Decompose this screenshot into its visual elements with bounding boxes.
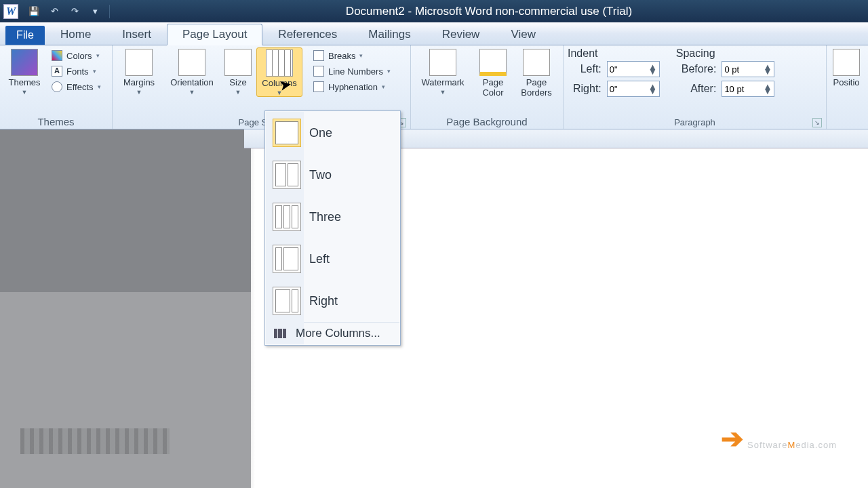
indent-right-label: Right:	[573, 83, 601, 95]
tab-page-layout[interactable]: Page Layout	[167, 24, 262, 45]
hyphenation-button[interactable]: Hyphenation▾	[309, 80, 395, 94]
group-arrange-label	[831, 116, 862, 129]
qat-customize-icon[interactable]: ▾	[89, 5, 101, 18]
group-page-background-label: Page Background	[415, 116, 559, 129]
spacing-after-label: After:	[682, 83, 717, 95]
more-columns-icon	[274, 329, 286, 338]
breaks-button[interactable]: Breaks▾	[309, 49, 395, 62]
themes-icon	[11, 49, 38, 76]
spacing-heading: Spacing	[676, 47, 775, 61]
window-title: Document2 - Microsoft Word non-commercia…	[110, 5, 868, 18]
effects-label: Effects	[66, 82, 94, 92]
wm-edia: edia	[795, 440, 815, 450]
effects-button[interactable]: Effects▾	[47, 80, 105, 94]
margins-icon	[125, 49, 153, 76]
hyphenation-label: Hyphenation	[328, 82, 378, 92]
page-color-button[interactable]: Page Color	[473, 47, 513, 98]
group-page-background: Watermark▼ Page Color Page Borders Page …	[411, 45, 564, 129]
orientation-label: Orientation	[170, 77, 214, 87]
spacing-after-input[interactable]: 10 pt▲▼	[722, 81, 774, 97]
paragraph-label-text: Paragraph	[568, 117, 822, 127]
orientation-icon	[178, 49, 205, 76]
page-borders-label: Page Borders	[521, 77, 552, 98]
paragraph-dialog-launcher[interactable]: ↘	[812, 118, 822, 127]
indent-heading: Indent	[568, 47, 660, 61]
columns-option-left[interactable]: Left	[266, 238, 399, 280]
title-bar: W 💾 ↶ ↷ ▾ Document2 - Microsoft Word non…	[0, 0, 868, 22]
columns-option-one[interactable]: One	[266, 112, 399, 154]
wm-m: M	[787, 440, 795, 450]
line-numbers-label: Line Numbers	[328, 66, 383, 77]
columns-option-right[interactable]: Right	[266, 280, 399, 322]
word-app-icon: W	[3, 4, 18, 19]
watermark-label: Watermark	[421, 77, 464, 87]
indent-right-value: 0"	[610, 84, 618, 94]
watermark-icon	[429, 49, 456, 76]
position-button[interactable]: Positio	[831, 47, 862, 87]
group-paragraph: Indent Left: 0"▲▼ Right: 0"▲▼ Spacing Be…	[564, 45, 827, 129]
left-panel-blur	[0, 292, 251, 488]
colors-label: Colors	[66, 51, 92, 61]
columns-one-label: One	[309, 126, 332, 140]
line-numbers-icon	[313, 66, 324, 77]
effects-icon	[52, 81, 62, 92]
page-borders-icon	[523, 49, 550, 76]
tab-home[interactable]: Home	[45, 23, 106, 45]
indent-right-input[interactable]: 0"▲▼	[607, 81, 660, 97]
page-borders-button[interactable]: Page Borders	[515, 47, 557, 98]
columns-dropdown-menu: One Two Three Left Right More Columns...	[264, 110, 401, 346]
fonts-button[interactable]: AFonts▾	[47, 64, 105, 78]
wm-com: .com	[815, 440, 837, 450]
columns-two-label: Two	[309, 168, 332, 182]
themes-label: Themes	[9, 77, 41, 87]
ribbon: Themes ▼ Colors▾ AFonts▾ Effects▾ Themes…	[0, 45, 868, 129]
colors-icon	[52, 50, 62, 61]
save-icon[interactable]: 💾	[28, 5, 40, 18]
spacing-before-value: 0 pt	[724, 64, 739, 75]
breaks-icon	[313, 50, 324, 61]
indent-left-label: Left:	[573, 63, 601, 75]
group-themes: Themes ▼ Colors▾ AFonts▾ Effects▾ Themes	[0, 45, 113, 129]
breaks-label: Breaks	[328, 51, 355, 61]
tab-references[interactable]: References	[262, 23, 353, 45]
columns-option-three[interactable]: Three	[266, 196, 399, 238]
margins-button[interactable]: Margins▼	[117, 47, 161, 96]
quick-access-toolbar: 💾 ↶ ↷ ▾	[28, 5, 110, 18]
tab-mailings[interactable]: Mailings	[353, 23, 426, 45]
position-label: Positio	[833, 77, 859, 87]
more-columns-label: More Columns...	[296, 327, 380, 340]
ribbon-tabstrip: File Home Insert Page Layout References …	[0, 22, 868, 45]
themes-button[interactable]: Themes ▼	[4, 47, 45, 96]
margins-label: Margins	[123, 77, 155, 87]
fonts-label: Fonts	[66, 66, 89, 77]
indent-left-value: 0"	[610, 64, 618, 75]
background-artifact	[20, 428, 170, 454]
fonts-icon: A	[52, 66, 62, 77]
tab-review[interactable]: Review	[427, 23, 496, 45]
colors-button[interactable]: Colors▾	[47, 49, 105, 62]
columns-left-label: Left	[309, 252, 330, 266]
size-label: Size	[229, 77, 246, 87]
orientation-button[interactable]: Orientation▼	[164, 47, 220, 96]
line-numbers-button[interactable]: Line Numbers▾	[309, 64, 395, 78]
size-button[interactable]: Size▼	[222, 47, 254, 96]
spacing-before-label: Before:	[682, 63, 717, 75]
chevron-down-icon: ▼	[22, 89, 28, 96]
columns-icon	[266, 49, 293, 77]
columns-one-icon	[273, 119, 301, 147]
spacing-after-value: 10 pt	[724, 84, 744, 94]
tab-view[interactable]: View	[495, 23, 551, 45]
page-color-icon	[479, 49, 507, 76]
redo-icon[interactable]: ↷	[68, 5, 81, 18]
undo-icon[interactable]: ↶	[48, 5, 60, 18]
tab-insert[interactable]: Insert	[106, 23, 167, 45]
spacing-before-input[interactable]: 0 pt▲▼	[722, 61, 774, 77]
watermark-arrow-icon: ➔	[721, 423, 745, 454]
columns-option-two[interactable]: Two	[266, 154, 399, 196]
tab-file[interactable]: File	[5, 26, 45, 45]
watermark-button[interactable]: Watermark▼	[415, 47, 471, 96]
columns-three-icon	[273, 203, 301, 231]
wm-oftware: oftware	[754, 440, 788, 450]
position-icon	[833, 49, 860, 76]
indent-left-input[interactable]: 0"▲▼	[607, 61, 660, 77]
